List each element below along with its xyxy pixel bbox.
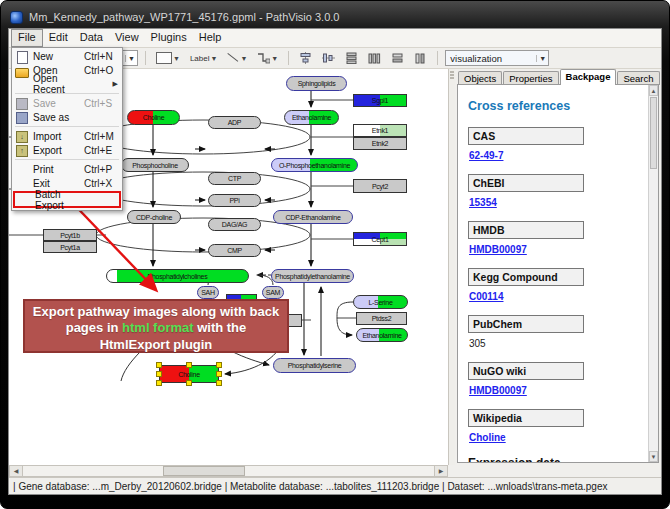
cross-references-heading: Cross references bbox=[468, 99, 658, 113]
pathvisio-app-icon bbox=[10, 11, 23, 24]
node-phosphatidylethanolamine[interactable]: Phosphatidylethanolamine bbox=[271, 269, 354, 283]
align-center-y-button[interactable] bbox=[319, 50, 338, 66]
node-cdp-choline[interactable]: CDP-choline bbox=[127, 210, 181, 224]
xref-link[interactable]: Choline bbox=[469, 432, 506, 443]
open-folder-icon bbox=[15, 68, 29, 78]
menu-plugins[interactable]: Plugins bbox=[145, 29, 193, 47]
connector-tool-button[interactable]: ▼ bbox=[254, 50, 281, 66]
file-menu-item-open-recent[interactable]: Open Recent▶ bbox=[12, 77, 122, 91]
menu-separator bbox=[15, 159, 119, 160]
selection-handle[interactable] bbox=[216, 380, 222, 386]
visualization-combobox[interactable]: visualization ▼ bbox=[445, 50, 549, 66]
xref-link[interactable]: C00114 bbox=[469, 291, 503, 302]
node-ctp[interactable]: CTP bbox=[208, 172, 261, 185]
selection-handle[interactable] bbox=[156, 362, 162, 368]
xref-link[interactable]: HMDB00097 bbox=[469, 385, 527, 396]
panel-scrollbar[interactable]: ▲ ▼ bbox=[648, 85, 658, 462]
align-center-x-button[interactable] bbox=[296, 50, 315, 66]
xref-source-name: Wikipedia bbox=[468, 409, 584, 427]
selection-handle[interactable] bbox=[186, 362, 192, 368]
xref-link[interactable]: HMDB00097 bbox=[469, 244, 527, 255]
toolbar-separator bbox=[288, 51, 289, 65]
node-o-phosphoethanolamine[interactable]: O-Phosphoethanolamine bbox=[271, 158, 358, 172]
file-menu: NewCtrl+NOpenCtrl+OOpen Recent▶SaveCtrl+… bbox=[11, 47, 123, 211]
node-pcyt1a[interactable]: Pcyt1a bbox=[43, 241, 97, 253]
file-menu-item-save[interactable]: SaveCtrl+S bbox=[12, 96, 122, 110]
xref-source-name: ChEBI bbox=[468, 174, 584, 192]
menu-help[interactable]: Help bbox=[193, 29, 228, 47]
tab-search[interactable]: Search bbox=[617, 71, 659, 85]
menu-separator bbox=[15, 126, 119, 127]
node-adp[interactable]: ADP bbox=[208, 116, 261, 129]
selection-handle[interactable] bbox=[216, 371, 222, 377]
scroll-up-icon[interactable]: ▲ bbox=[649, 85, 658, 96]
menu-edit[interactable]: Edit bbox=[43, 29, 74, 47]
node-sgpl1[interactable]: Sgpl1 bbox=[353, 94, 407, 107]
selection-handle[interactable] bbox=[186, 380, 192, 386]
node-l-serine[interactable]: L-Serine bbox=[353, 295, 408, 309]
tab-backpage[interactable]: Backpage bbox=[560, 69, 617, 85]
xref-section-hmdb: HMDBHMDB00097 bbox=[468, 221, 658, 257]
node-etnk2[interactable]: Etnk2 bbox=[353, 137, 407, 150]
datanode-tool-button[interactable]: ▼ bbox=[153, 50, 183, 66]
tab-legend[interactable]: Legend bbox=[661, 71, 662, 85]
distribute-rows-button[interactable] bbox=[342, 50, 361, 66]
node-cept1[interactable]: Cept1 bbox=[353, 232, 407, 246]
menu-data[interactable]: Data bbox=[74, 29, 109, 47]
scroll-down-icon[interactable]: ▼ bbox=[649, 451, 658, 462]
file-menu-item-save-as[interactable]: Save as bbox=[12, 110, 122, 124]
node-phosphatidylserine[interactable]: Phosphatidylserine bbox=[273, 358, 356, 373]
node-sphingolipids[interactable]: Sphingolipids bbox=[286, 76, 347, 91]
menu-view[interactable]: View bbox=[109, 29, 145, 47]
node-ethanolamine[interactable]: Ethanolamine bbox=[356, 328, 408, 342]
node-ethanolamine[interactable]: Ethanolamine bbox=[284, 110, 339, 125]
common-height-button[interactable] bbox=[411, 50, 430, 66]
xref-link[interactable]: 15354 bbox=[469, 197, 497, 208]
node-cmp[interactable]: CMP bbox=[208, 244, 261, 257]
node-cdp-ethanolamine[interactable]: CDP-Ethanolamine bbox=[273, 210, 353, 224]
node-phosphocholine[interactable]: Phosphocholine bbox=[121, 158, 189, 172]
selection-handle[interactable] bbox=[216, 362, 222, 368]
scroll-right-icon[interactable]: ▶ bbox=[434, 466, 447, 476]
line-tool-button[interactable]: ▼ bbox=[224, 50, 250, 66]
xref-source-name: HMDB bbox=[468, 221, 584, 239]
toolbar-separator bbox=[437, 51, 438, 65]
scroll-left-icon[interactable]: ◀ bbox=[10, 466, 23, 476]
node-pcyt1b[interactable]: Pcyt1b bbox=[43, 229, 97, 241]
chevron-down-icon: ▼ bbox=[240, 55, 247, 62]
file-menu-item-new[interactable]: NewCtrl+N bbox=[12, 49, 122, 63]
file-menu-item-export[interactable]: ↑ExportCtrl+E bbox=[12, 143, 122, 157]
menu-item-shortcut: Ctrl+N bbox=[84, 51, 118, 62]
toolbar-separator bbox=[145, 51, 146, 65]
tab-objects[interactable]: Objects bbox=[458, 71, 502, 85]
canvas-horizontal-scrollbar[interactable]: ◀ ▶ bbox=[9, 465, 448, 477]
xref-link[interactable]: 62-49-7 bbox=[469, 150, 503, 161]
tab-properties[interactable]: Properties bbox=[503, 71, 558, 85]
title-bar[interactable]: Mm_Kennedy_pathway_WP1771_45176.gpml - P… bbox=[10, 7, 660, 27]
node-choline[interactable]: Choline bbox=[127, 110, 180, 125]
scrollbar-thumb[interactable] bbox=[650, 97, 657, 169]
chevron-down-icon: ▼ bbox=[173, 55, 180, 62]
panel-splitter[interactable] bbox=[449, 69, 455, 465]
selection-handle[interactable] bbox=[156, 371, 162, 377]
node-sah[interactable]: SAH bbox=[197, 286, 219, 299]
label-tool-button[interactable]: Label ▼ bbox=[187, 52, 221, 65]
node-ptdss2[interactable]: Ptdss2 bbox=[356, 312, 407, 325]
file-menu-item-batch-export[interactable]: Batch Export bbox=[13, 191, 121, 208]
node-etnk1[interactable]: Etnk1 bbox=[353, 124, 407, 137]
node-phosphatidylcholines[interactable]: Phosphatidylcholines bbox=[106, 269, 249, 283]
scrollbar-thumb[interactable] bbox=[163, 466, 245, 476]
node-ppi[interactable]: PPi bbox=[208, 194, 261, 207]
common-width-button[interactable] bbox=[388, 50, 407, 66]
node-pcyt2[interactable]: Pcyt2 bbox=[353, 179, 407, 193]
menu-file[interactable]: File bbox=[11, 29, 43, 47]
file-menu-item-print[interactable]: PrintCtrl+P bbox=[12, 162, 122, 176]
file-menu-item-import[interactable]: ↓ImportCtrl+M bbox=[12, 129, 122, 143]
xref-section-kegg-compound: Kegg CompoundC00114 bbox=[468, 268, 658, 304]
visualization-value: visualization bbox=[450, 53, 502, 64]
selection-handle[interactable] bbox=[156, 380, 162, 386]
node-sam[interactable]: SAM bbox=[262, 286, 284, 299]
new-document-icon bbox=[17, 51, 28, 64]
node-dag-ag[interactable]: DAG/AG bbox=[208, 218, 261, 231]
distribute-columns-button[interactable] bbox=[365, 50, 384, 66]
